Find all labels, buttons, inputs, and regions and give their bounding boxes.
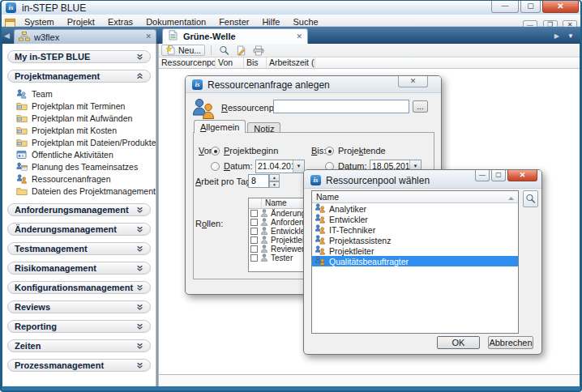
chevron-down-icon[interactable] [136, 304, 143, 311]
sidebar-item-projektplan-mit-aufwaenden[interactable]: Projektplan mit Aufwänden [2, 112, 156, 124]
column-header-von[interactable]: Von [216, 58, 244, 68]
pool-item-entwickler[interactable]: Entwickler [312, 214, 518, 224]
sidebar: My in-STEP BLUEProjektmanagementTeamProj… [2, 44, 156, 386]
dialog-close-button[interactable]: ✕ [507, 170, 537, 181]
sidebar-group-aenderungsmanagement[interactable]: Änderungsmanagement [7, 223, 151, 236]
dialog-maximize-button[interactable]: ▢ [491, 170, 506, 181]
chevron-down-icon[interactable] [136, 207, 143, 214]
pool-item-label: Projektassistenz [329, 236, 391, 245]
column-header-arbeitszeit-h[interactable]: Arbeitszeit (h) [267, 58, 315, 68]
dialog-minimize-button[interactable]: — [475, 170, 490, 181]
chevron-up-icon[interactable] [136, 73, 143, 80]
spin-down-icon[interactable]: ▼ [269, 181, 280, 189]
toolbar-separator [211, 45, 212, 55]
sidebar-group-zeiten[interactable]: Zeiten [7, 339, 151, 352]
tab-scroll-left-icon[interactable]: ◀ [4, 32, 10, 40]
sidebar-item-oeffentliche-aktivitaeten[interactable]: Öffentliche Aktivitäten [2, 148, 156, 160]
chevron-down-icon[interactable] [136, 265, 143, 272]
resources-icon [315, 214, 326, 225]
chevron-down-icon[interactable] [136, 343, 143, 350]
window-close-button[interactable]: ✕ [542, 1, 579, 13]
chevron-down-icon[interactable] [136, 245, 143, 253]
chevron-down-icon[interactable] [136, 362, 143, 369]
checkbox[interactable] [250, 254, 258, 262]
checkbox[interactable] [250, 210, 258, 217]
dialog-close-button[interactable]: ✕ [398, 76, 428, 87]
search-button[interactable] [523, 190, 538, 207]
sidebar-group-label: Änderungsmanagement [15, 224, 117, 234]
sidebar-item-projektplan-mit-kosten[interactable]: Projektplan mit Kosten [2, 124, 156, 136]
chevron-down-icon[interactable] [136, 323, 143, 330]
dialog-ressourcenpool-waehlen: is Ressourcenpool wählen — ▢ ✕ Name Anal… [303, 169, 542, 355]
dialog-title-bar[interactable]: is Ressourcenpool wählen [304, 170, 541, 189]
search-icon[interactable] [217, 45, 231, 56]
resources-icon [315, 203, 326, 215]
sidebar-group-risikomanagement[interactable]: Risikomanagement [7, 262, 151, 275]
pool-browse-button[interactable]: ... [413, 100, 428, 113]
pool-list-header[interactable]: Name [312, 191, 518, 203]
sidebar-group-reviews[interactable]: Reviews [7, 300, 151, 313]
main-toolbar: Neu... [159, 44, 580, 58]
sidebar-item-planung-des-teameinsatzes[interactable]: Planung des Teameinsatzes [2, 160, 156, 173]
app-window: is in-STEP BLUE — ▢ ✕ SystemProjektExtra… [0, 0, 582, 392]
sidebar-item-projektplan-mit-terminen[interactable]: Projektplan mit Terminen [2, 100, 156, 112]
sidebar-group-my-in-step-blue[interactable]: My in-STEP BLUE [7, 50, 151, 63]
sidebar-group-projektmanagement[interactable]: Projektmanagement [7, 70, 151, 83]
von-datum-combo[interactable]: 21.04.2015 ▼ [255, 160, 305, 173]
ok-button[interactable]: OK [437, 336, 480, 349]
sidebar-group-label: My in-STEP BLUE [15, 52, 90, 62]
window-minimize-button[interactable]: — [491, 1, 519, 13]
name-column-header[interactable]: Name [262, 198, 287, 208]
sidebar-item-projektplan-mit-dateien-produkten[interactable]: Projektplan mit Dateien/Produkten [2, 136, 156, 148]
sidebar-group-label: Reporting [15, 322, 57, 331]
chevron-down-icon[interactable] [136, 284, 143, 292]
sidebar-group-konfigurationsmanagement[interactable]: Konfigurationsmanagement [7, 281, 151, 294]
tab-close-icon[interactable]: ✕ [145, 33, 152, 40]
pool-item-analytiker[interactable]: Analytiker [312, 203, 518, 214]
pool-item-qualitaetsbeauftragter[interactable]: Qualitätsbeauftragter [312, 256, 518, 266]
sidebar-group-prozessmanagement[interactable]: Prozessmanagement [7, 359, 151, 372]
tab-gruene-welle[interactable]: Grüne-Welle ✕ [162, 28, 308, 44]
pool-item-projektleiter[interactable]: Projektleiter [312, 245, 518, 256]
sidebar-group-anforderungsmanagement[interactable]: Anforderungsmanagement [7, 203, 151, 216]
sidebar-item-team[interactable]: Team [2, 87, 156, 100]
checkbox[interactable] [250, 228, 258, 235]
tab-menu-icon[interactable]: ▼ [567, 32, 574, 40]
print-icon[interactable] [251, 45, 265, 56]
spin-up-icon[interactable]: ▲ [269, 174, 280, 181]
tab-scroll-right-icon[interactable]: ▶ [554, 32, 559, 40]
checkbox[interactable] [250, 236, 258, 244]
checkbox[interactable] [250, 245, 258, 253]
new-button[interactable]: Neu... [161, 45, 205, 56]
radio-von-datum[interactable] [211, 162, 220, 171]
pool-item-it-techniker[interactable]: IT-Techniker [312, 224, 518, 235]
radio-projektbeginn[interactable] [211, 147, 220, 156]
window-maximize-button[interactable]: ▢ [520, 1, 541, 13]
new-icon [165, 45, 176, 57]
preview-icon[interactable] [234, 45, 248, 56]
pool-input[interactable] [273, 100, 409, 113]
chevron-down-icon[interactable]: ▼ [293, 160, 304, 173]
column-header-ressourcenpool[interactable]: Ressourcenpool [159, 58, 216, 68]
tab-w3flex[interactable]: w3flex ✕ [14, 29, 156, 44]
sidebar-group-reporting[interactable]: Reporting [7, 320, 151, 333]
chevron-down-icon[interactable] [136, 53, 143, 61]
pool-item-projektassistenz[interactable]: Projektassistenz [312, 235, 518, 245]
cancel-button[interactable]: Abbrechen [488, 336, 533, 349]
rollen-label: Rollen: [195, 219, 223, 228]
tab-allgemein[interactable]: Allgemein [194, 120, 246, 133]
column-header-bis[interactable]: Bis [244, 58, 267, 68]
folder-icon [16, 113, 28, 123]
sidebar-item-ressourcenanfragen[interactable]: Ressourcenanfragen [2, 173, 156, 185]
resources-icon [16, 174, 28, 184]
folder-icon [16, 138, 28, 147]
chevron-down-icon[interactable] [136, 226, 143, 233]
tab-close-icon[interactable]: ✕ [296, 33, 302, 40]
arbeit-pro-tag-input[interactable]: 8 [248, 174, 269, 188]
name-column-header[interactable]: Name [316, 192, 339, 202]
radio-projektende[interactable] [325, 147, 334, 156]
toolbar-icons [217, 45, 265, 56]
sidebar-group-testmanagement[interactable]: Testmanagement [7, 242, 151, 255]
sidebar-item-dateien-des-projektmanagements[interactable]: Dateien des Projektmanagements [2, 185, 156, 197]
checkbox[interactable] [250, 219, 258, 226]
